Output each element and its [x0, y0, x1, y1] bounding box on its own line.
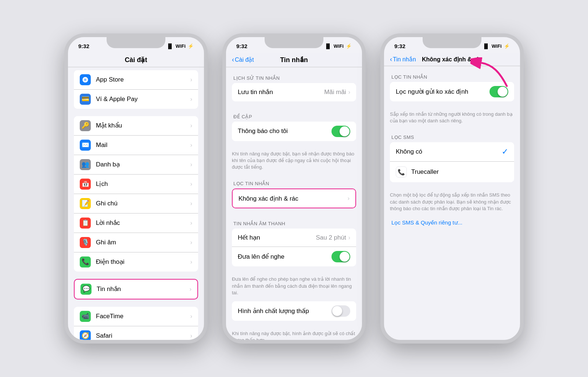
mention-toggle[interactable]: [331, 126, 350, 137]
settings-list-3: LỌC TIN NHẮN Lọc người gửi ko xác định S…: [384, 66, 520, 340]
audio-desc: Đưa lên để nghe cho phép bạn nghe và trả…: [226, 274, 362, 301]
back-label-2: Cài đặt: [235, 56, 254, 63]
section-filter-msg: LỌC TIN NHẮN: [384, 69, 520, 82]
phone2-nav-title: Tin nhắn: [280, 56, 308, 64]
sms-option-none[interactable]: Không có ✓: [390, 142, 514, 162]
status-icons-1: ▐▌ WiFi ⚡: [166, 43, 194, 49]
phone3-nav-title: Không xác định & rác: [422, 56, 482, 63]
reminders-label: Lời nhắc: [96, 219, 190, 227]
lowquality-toggle[interactable]: [331, 305, 350, 317]
settings-item-reminders[interactable]: 📋 Lời nhắc ›: [74, 213, 198, 233]
filter-desc: Sắp xếp tin nhắn từ những người không có…: [384, 109, 520, 129]
calendar-label: Lịch: [96, 180, 190, 188]
phone-label: Điện thoại: [96, 258, 190, 266]
phone-1: 9:32 ▐▌ WiFi ⚡ Cài đặt: [64, 33, 208, 344]
settings-item-calendar[interactable]: 📅 Lịch ›: [74, 175, 198, 194]
wifi-icon: WiFi: [176, 43, 186, 49]
battery-icon-2: ⚡: [346, 43, 352, 49]
filter-highlighted-group: Không xác định & rác ›: [232, 188, 356, 208]
settings-item-filter-sender[interactable]: Lọc người gửi ko xác định: [390, 82, 514, 101]
facetime-label: FaceTime: [96, 313, 190, 320]
nav-back-3[interactable]: ‹ Tin nhắn: [390, 55, 416, 63]
signal-icon-2: ▐▌: [325, 43, 331, 49]
nav-bar-2: ‹ Cài đặt Tin nhắn: [226, 53, 362, 67]
settings-item-facetime[interactable]: 📹 FaceTime ›: [74, 307, 198, 326]
settings-item-voicememo[interactable]: 🎙️ Ghi âm ›: [74, 233, 198, 252]
messages-label: Tin nhắn: [97, 285, 190, 293]
password-label: Mật khẩu: [96, 122, 190, 129]
settings-item-raise[interactable]: Đưa lên để nghe: [232, 247, 356, 266]
status-icons-2: ▐▌ WiFi ⚡: [325, 43, 352, 49]
mail-label: Mail: [96, 141, 190, 149]
section-sms: LỌC SMS: [384, 129, 520, 142]
settings-item-safari[interactable]: 🧭 Safari ›: [74, 326, 198, 340]
back-chevron-2: ‹: [232, 56, 234, 64]
mail-icon: ✉️: [80, 140, 91, 151]
mention-desc: Khi tính năng này được bật, bạn sẽ nhận …: [226, 148, 362, 176]
voicememo-label: Ghi âm: [96, 239, 190, 246]
voicememo-icon: 🎙️: [80, 237, 91, 248]
filter-unknown-group: Lọc người gửi ko xác định: [390, 82, 514, 101]
audio-group: Hết hạn Sau 2 phút › Đưa lên để nghe: [232, 229, 356, 266]
settings-group-passcode: 🔑 Mật khẩu › ✉️ Mail › 👥 Danh bạ › 📅 Lịc…: [74, 116, 198, 272]
truecaller-label: Truecaller: [411, 168, 439, 176]
checkmark-none: ✓: [502, 147, 508, 157]
messages-highlighted-group: 💬 Tin nhắn ›: [74, 279, 198, 299]
raise-toggle[interactable]: [331, 251, 350, 262]
battery-icon-3: ⚡: [504, 43, 510, 49]
filter-toggle[interactable]: [490, 86, 508, 97]
settings-item-messages[interactable]: 💬 Tin nhắn ›: [75, 280, 197, 299]
status-time-3: 9:32: [394, 43, 405, 49]
phone-icon: 📞: [80, 256, 91, 268]
back-chevron-3: ‹: [390, 55, 392, 63]
settings-list-2: LỊCH SỬ TIN NHẮN Lưu tin nhắn Mãi mãi › …: [226, 67, 362, 340]
phone1-nav-title: Cài đặt: [125, 56, 147, 64]
appstore-label: App Store: [96, 76, 190, 83]
wifi-icon-2: WiFi: [334, 43, 344, 49]
filter-sender-label: Lọc người gửi ko xác định: [396, 88, 490, 96]
truecaller-icon: 📞: [396, 166, 407, 177]
section-audio: TIN NHẮN ÂM THANH: [226, 216, 362, 229]
wifi-icon-3: WiFi: [492, 43, 502, 49]
settings-item-password[interactable]: 🔑 Mật khẩu ›: [74, 116, 198, 136]
sms-link[interactable]: Lọc SMS & Quyền riêng tư...: [384, 217, 520, 232]
sms-option-truecaller[interactable]: 📞 Truecaller: [390, 162, 514, 182]
calendar-icon: 📅: [80, 179, 91, 190]
settings-item-filter-unknown[interactable]: Không xác định & rác ›: [233, 189, 355, 208]
settings-group-appstore: App Store › 💳 Ví & Apple Pay ›: [74, 70, 198, 109]
notch-1: [107, 37, 165, 48]
facetime-icon: 📹: [80, 311, 91, 322]
settings-item-contacts[interactable]: 👥 Danh bạ ›: [74, 155, 198, 175]
settings-item-mail[interactable]: ✉️ Mail ›: [74, 136, 198, 155]
settings-item-wallet[interactable]: 💳 Ví & Apple Pay ›: [74, 90, 198, 109]
settings-item-expire[interactable]: Hết hạn Sau 2 phút ›: [232, 229, 356, 247]
settings-item-save[interactable]: Lưu tin nhắn Mãi mãi ›: [232, 83, 356, 101]
settings-item-mention-notify[interactable]: Thông báo cho tôi: [232, 122, 356, 141]
image-quality-group: Hình ảnh chất lượng thấp: [232, 301, 356, 321]
signal-icon: ▐▌: [166, 43, 173, 49]
settings-item-appstore[interactable]: App Store ›: [74, 70, 198, 90]
status-icons-3: ▐▌ WiFi ⚡: [483, 43, 510, 49]
notch-2: [265, 37, 323, 48]
password-icon: 🔑: [80, 120, 91, 131]
wallet-label: Ví & Apple Pay: [96, 96, 190, 103]
section-filter: LỌC TIN NHẮN: [226, 176, 362, 188]
settings-list-1: App Store › 💳 Ví & Apple Pay › 🔑 Mật khẩ…: [68, 67, 204, 340]
signal-icon-3: ▐▌: [483, 43, 489, 49]
battery-icon: ⚡: [188, 43, 194, 49]
sms-options-group: Không có ✓ 📞 Truecaller: [390, 142, 514, 182]
section-mention: ĐỀ CẬP: [226, 109, 362, 122]
status-time-1: 9:32: [78, 43, 89, 49]
wallet-icon: 💳: [80, 94, 91, 105]
contacts-label: Danh bạ: [96, 161, 190, 168]
section-history: LỊCH SỬ TIN NHẮN: [226, 70, 362, 83]
phone-2: 9:32 ▐▌ WiFi ⚡ ‹ Cài đặt Tin nhắn LỊCH S…: [222, 33, 366, 344]
settings-item-lowquality[interactable]: Hình ảnh chất lượng thấp: [232, 301, 356, 321]
nav-back-2[interactable]: ‹ Cài đặt: [232, 56, 254, 64]
history-group: Lưu tin nhắn Mãi mãi ›: [232, 83, 356, 101]
safari-label: Safari: [96, 332, 190, 340]
lowquality-desc: Khi tính năng này được bật, hình ảnh đượ…: [226, 328, 362, 340]
settings-item-notes[interactable]: 📝 Ghi chú ›: [74, 194, 198, 213]
settings-item-phone[interactable]: 📞 Điện thoại ›: [74, 252, 198, 272]
safari-icon: 🧭: [80, 330, 91, 340]
